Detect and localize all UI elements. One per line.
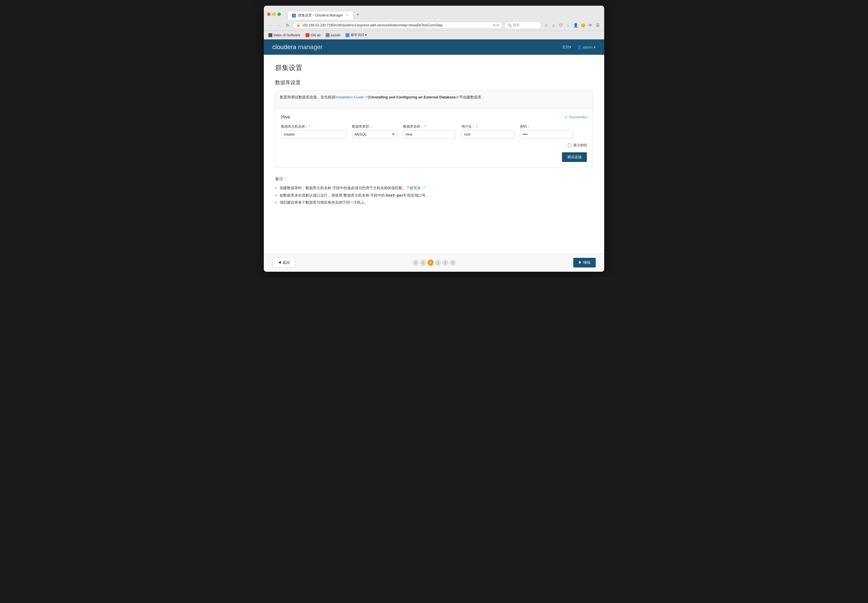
info-text: 配置和测试数据库连接。首先根据Installation Guide ↗的Inst… (280, 95, 588, 100)
bookmark-software[interactable]: Index of /software (267, 32, 302, 38)
dbname-label: 数据库名称： * (403, 124, 456, 129)
maximize-traffic-light[interactable] (277, 12, 281, 16)
success-check-icon: ✓ (564, 114, 568, 120)
test-connection-button[interactable]: 测试连接 (562, 152, 587, 162)
logo-cloudera: cloudera (272, 43, 296, 51)
dbname-input[interactable] (403, 130, 456, 138)
dbtype-select[interactable]: MySQL PostgreSQL Oracle (352, 130, 398, 138)
hive-db-form: Hive ✓ Successful 数据库主机名称： * (275, 109, 593, 168)
forward-button[interactable]: → (276, 22, 283, 29)
bookmark-frequent-label: 最常访问 ▾ (351, 32, 367, 37)
close-traffic-light[interactable] (267, 12, 271, 16)
page-title: 群集设置 (275, 63, 593, 72)
bookmark-sasaki[interactable]: sasaki (325, 32, 342, 38)
menu-icon[interactable]: ☰ (594, 22, 601, 28)
emoji-icon[interactable]: 😊 (580, 22, 586, 28)
download-icon[interactable]: ↓ (565, 22, 571, 28)
dbtype-label: 数据库类型： (352, 124, 398, 129)
browser-tab[interactable]: 群集设置 - Cloudera Manager × (288, 11, 353, 20)
refresh-button[interactable]: ↻ (284, 22, 291, 29)
dbname-group: 数据库名称： * (403, 124, 456, 138)
show-password-label[interactable]: 显示密码 (573, 143, 587, 148)
toolbar-icons: ☆ ⌂ 🛡 ↓ 👤 😊 ⟳ ☰ (543, 22, 601, 28)
url-dropdown-icon: ▾ (493, 23, 495, 27)
step-3: 3 (427, 260, 434, 266)
cm-logo: cloudera manager (272, 43, 322, 51)
show-password-checkbox[interactable] (568, 144, 572, 147)
success-badge: ✓ Successful (564, 114, 587, 120)
step-4: 4 (435, 260, 441, 266)
note-item-1: 创建数据库时，数据库主机名称 字段中的值必须与您用于主机名称的值匹配。了解更多 … (275, 184, 593, 192)
success-text: Successful (569, 115, 587, 119)
bookmark-frequent[interactable]: 最常访问 ▾ (344, 32, 368, 38)
hive-section-name: Hive (281, 114, 290, 120)
bookmark-frequent-icon (345, 33, 350, 37)
show-password-row: 显示密码 (568, 143, 587, 148)
step-indicators: 1 2 3 4 5 6 (413, 260, 456, 266)
dbtype-group: 数据库类型： MySQL PostgreSQL Oracle (352, 124, 398, 138)
step-6: 6 (450, 260, 456, 266)
logo-manager: manager (298, 43, 323, 51)
bookmark-software-label: Index of /software (274, 33, 300, 37)
notes-title: 备注： (275, 176, 593, 181)
hostname-group: 数据库主机名称： * (281, 124, 347, 138)
tab-close-button[interactable]: × (345, 14, 349, 18)
address-bar: ← → ↻ 🔒 192.168.53.230:7180/cmf/clusters… (264, 20, 604, 31)
form-fields-row: 数据库主机名称： * 数据库类型： MySQL PostgreSQL Oracl… (281, 124, 587, 138)
url-bar[interactable]: 🔒 192.168.53.230:7180/cmf/clusters/1/exp… (293, 22, 503, 29)
logo-text: cloudera manager (272, 43, 322, 51)
password-input[interactable] (520, 130, 573, 138)
user-icon[interactable]: 👤 (572, 22, 579, 28)
main-content: cloudera manager 支持▾ 👤 admin ▾ 群集设置 数据库设… (264, 39, 604, 272)
db-section-title: 数据库设置 (275, 79, 593, 86)
step-5: 5 (442, 260, 449, 266)
new-tab-button[interactable]: + (353, 10, 362, 20)
hive-section-header: Hive ✓ Successful (281, 114, 587, 120)
admin-menu[interactable]: 👤 admin ▾ (577, 45, 596, 49)
sync-icon[interactable]: ⟳ (587, 22, 593, 28)
support-link[interactable]: 支持▾ (562, 45, 571, 49)
bottom-bar: ◀ 返回 1 2 3 4 5 6 ▶ 继续 (264, 253, 604, 272)
bookmarks-bar: Index of /software GitLab sasaki 最常访问 ▾ (264, 31, 604, 39)
hostname-label: 数据库主机名称： * (281, 124, 347, 129)
tab-favicon (292, 14, 296, 18)
notes-list: 创建数据库时，数据库主机名称 字段中的值必须与您用于主机名称的值匹配。了解更多 … (275, 184, 593, 206)
note-item-3: 强烈建议将各个数据库与相应角色实例于同一主机上。 (275, 199, 593, 206)
cm-header: cloudera manager 支持▾ 👤 admin ▾ (264, 39, 604, 55)
search-bar[interactable]: 🔍 搜索 (504, 21, 541, 29)
username-group: 用户名： * (461, 124, 514, 138)
url-text: 192.168.53.230:7180/cmf/clusters/1/expre… (302, 23, 492, 27)
bookmark-gitlab-label: GitLab (311, 33, 320, 37)
db-info-container: 配置和测试数据库连接。首先根据Installation Guide ↗的Inst… (275, 90, 593, 168)
note-item-2: 如数据库未在其默认端口运行，请使用 数据库主机名称 字段中的 host:port… (275, 192, 593, 199)
notes-section: 备注： 创建数据库时，数据库主机名称 字段中的值必须与您用于主机名称的值匹配。了… (275, 176, 593, 206)
back-button[interactable]: ◀ 返回 (272, 258, 295, 268)
shield-icon[interactable]: 🛡 (558, 22, 564, 28)
page-body: 群集设置 数据库设置 配置和测试数据库连接。首先根据Installation G… (264, 55, 604, 253)
learn-more-link[interactable]: 了解更多 ↗ (406, 186, 426, 190)
tab-title: 群集设置 - Cloudera Manager (298, 13, 343, 18)
continue-button[interactable]: ▶ 继续 (573, 258, 596, 267)
cm-header-right: 支持▾ 👤 admin ▾ (562, 45, 596, 49)
search-icon: 🔍 (507, 23, 512, 27)
bookmark-gitlab-icon (305, 33, 309, 37)
username-label: 用户名： * (461, 124, 514, 129)
star-icon[interactable]: ☆ (543, 22, 549, 28)
username-input[interactable] (461, 130, 514, 138)
bookmark-software-icon (268, 33, 272, 37)
dbname-required: * (424, 125, 426, 128)
step-2: 2 (420, 260, 426, 266)
home-icon[interactable]: ⌂ (550, 22, 557, 28)
installation-guide-link[interactable]: Installation Guide ↗ (335, 95, 368, 99)
minimize-traffic-light[interactable] (272, 12, 276, 16)
bookmark-sasaki-label: sasaki (331, 33, 340, 37)
search-placeholder: 搜索 (513, 23, 520, 28)
back-button[interactable]: ← (267, 22, 274, 29)
step-1: 1 (413, 260, 419, 266)
password-group: 密码： (520, 124, 573, 138)
bookmark-gitlab[interactable]: GitLab (304, 32, 322, 38)
hostname-input[interactable] (281, 130, 347, 138)
password-label: 密码： (520, 124, 573, 129)
hostname-required: * (309, 125, 311, 128)
reload-icon: ↺ (496, 23, 499, 27)
